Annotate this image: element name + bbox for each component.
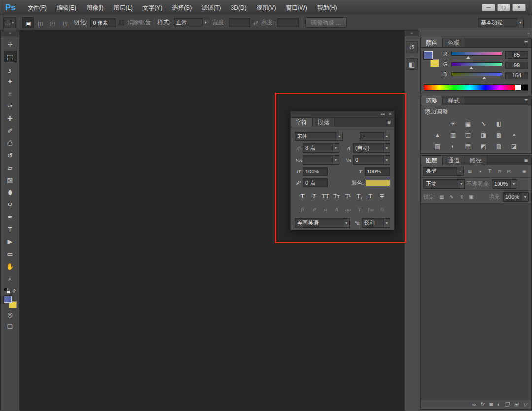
posterize-icon[interactable]: ▤: [463, 141, 474, 151]
photoshop-logo[interactable]: Ps: [5, 3, 16, 13]
swap-dimensions-icon[interactable]: ⇄: [253, 19, 258, 26]
baseline-shift-input[interactable]: 0 点: [303, 178, 328, 187]
menu-item[interactable]: 文件(F): [23, 0, 52, 15]
horizontal-scale-input[interactable]: 100%: [365, 167, 390, 176]
clone-stamp-tool[interactable]: ⎙: [4, 137, 17, 148]
channel-r-slider[interactable]: [451, 52, 502, 56]
vibrance-icon[interactable]: ▲: [432, 130, 443, 140]
lasso-tool[interactable]: و: [4, 63, 17, 74]
tab-layers[interactable]: 图层: [421, 156, 443, 165]
add-to-selection-button[interactable]: ◫: [34, 17, 46, 28]
width-input[interactable]: [229, 18, 250, 27]
blend-mode-dropdown[interactable]: 正常: [423, 179, 465, 189]
default-colors-icon[interactable]: [4, 288, 10, 294]
screen-mode-button[interactable]: ❏: [4, 322, 17, 332]
foreground-color-swatch[interactable]: [424, 51, 433, 59]
panel-menu-icon[interactable]: ≣: [521, 96, 531, 105]
menu-item[interactable]: 帮助(H): [312, 0, 342, 15]
path-selection-tool[interactable]: ▶: [4, 236, 17, 247]
type-tool[interactable]: T: [4, 223, 17, 235]
close-panel-icon[interactable]: ✕: [388, 111, 392, 117]
quick-mask-button[interactable]: ◎: [4, 310, 17, 320]
photo-filter-icon[interactable]: ▩: [494, 130, 504, 140]
panel-menu-icon[interactable]: ≣: [521, 156, 531, 165]
toolbar-collapse-button[interactable]: »: [1, 30, 19, 36]
opacity-dropdown[interactable]: 100%: [492, 179, 517, 189]
layer-effects-icon[interactable]: fx: [481, 401, 485, 407]
exposure-icon[interactable]: ◧: [494, 119, 504, 129]
pen-tool[interactable]: ✒: [4, 211, 17, 222]
color-spectrum-ramp[interactable]: [424, 84, 528, 91]
delete-layer-icon[interactable]: ▽: [523, 401, 527, 408]
history-panel-icon[interactable]: ↺: [406, 41, 418, 53]
dock-expand-button[interactable]: «: [405, 30, 419, 36]
channel-mixer-icon[interactable]: ◓: [509, 130, 520, 140]
panel-menu-icon[interactable]: ≣: [384, 118, 394, 127]
brush-tool[interactable]: ✐: [4, 125, 17, 136]
discretionary-ligatures-button[interactable]: st: [320, 205, 331, 214]
layer-filter-toggle-icon[interactable]: ◉: [520, 168, 529, 175]
selective-color-icon[interactable]: ◪: [509, 141, 520, 151]
foreground-color-swatch[interactable]: [4, 296, 12, 303]
slider-thumb[interactable]: [469, 67, 473, 69]
tab-styles[interactable]: 样式: [443, 96, 465, 105]
invert-icon[interactable]: ◐: [448, 141, 459, 151]
filter-shape-layers-icon[interactable]: ◻: [495, 168, 504, 175]
leading-dropdown[interactable]: (自动): [353, 143, 390, 153]
color-lookup-icon[interactable]: ▧: [432, 141, 443, 151]
quick-selection-tool[interactable]: ✦: [4, 75, 17, 87]
blur-tool[interactable]: ⬮: [4, 186, 17, 198]
menu-item[interactable]: 图像(I): [81, 0, 108, 15]
brightness-contrast-icon[interactable]: ☀: [448, 119, 459, 129]
all-caps-button[interactable]: TT: [320, 192, 331, 201]
small-caps-button[interactable]: Tᴛ: [332, 192, 342, 201]
black-white-icon[interactable]: ◨: [478, 130, 489, 140]
hand-tool[interactable]: ✋: [4, 260, 17, 272]
tab-character[interactable]: 字符: [291, 118, 313, 127]
intersect-selection-button[interactable]: ◳: [59, 17, 71, 28]
properties-panel-icon[interactable]: ◧: [406, 58, 418, 70]
tab-paths[interactable]: 路径: [465, 156, 487, 165]
lock-all-icon[interactable]: ▣: [467, 193, 476, 201]
rectangle-tool[interactable]: ▭: [4, 248, 17, 259]
new-layer-icon[interactable]: ⊞: [514, 401, 518, 408]
subscript-button[interactable]: T₁: [354, 192, 365, 201]
antialias-checkbox[interactable]: [119, 20, 124, 25]
layer-filter-kind-dropdown[interactable]: 类型: [423, 167, 464, 176]
filter-pixel-layers-icon[interactable]: ▦: [466, 168, 474, 175]
zoom-tool[interactable]: ⌕: [4, 273, 17, 284]
font-family-dropdown[interactable]: 宋体: [295, 132, 343, 141]
tool-preset-dropdown[interactable]: ⬚ ▾: [3, 17, 16, 28]
healing-brush-tool[interactable]: ✚: [4, 112, 17, 124]
tracking-dropdown[interactable]: 0: [353, 155, 390, 165]
ordinals-button[interactable]: 1st: [366, 205, 376, 214]
menu-item[interactable]: 选择(S): [167, 0, 197, 15]
superscript-button[interactable]: T¹: [343, 192, 353, 201]
layers-list[interactable]: [421, 204, 531, 399]
eraser-tool[interactable]: ▱: [4, 162, 17, 173]
swash-button[interactable]: ℯ: [309, 205, 319, 214]
menu-item[interactable]: 图层(L): [108, 0, 137, 15]
filter-type-layers-icon[interactable]: T: [485, 168, 494, 175]
new-group-icon[interactable]: ❏: [504, 401, 509, 408]
font-style-dropdown[interactable]: -: [360, 132, 390, 141]
color-balance-icon[interactable]: ◫: [463, 130, 474, 140]
font-size-dropdown[interactable]: 8 点: [303, 143, 339, 153]
add-layer-mask-icon[interactable]: ◙: [489, 401, 493, 407]
tab-paragraph[interactable]: 段落: [313, 118, 335, 127]
tab-channels[interactable]: 通道: [443, 156, 465, 165]
lock-position-icon[interactable]: ✛: [457, 193, 466, 201]
link-layers-icon[interactable]: ∞: [472, 401, 476, 407]
text-color-swatch[interactable]: [366, 180, 390, 186]
color-panel-swatches[interactable]: [424, 51, 439, 67]
channel-b-slider[interactable]: [451, 72, 502, 76]
history-brush-tool[interactable]: ↺: [4, 149, 17, 161]
new-adjustment-layer-icon[interactable]: ◐: [497, 401, 500, 407]
dock-collapse-button[interactable]: »: [420, 31, 532, 36]
subtract-from-selection-button[interactable]: ◰: [47, 17, 59, 28]
rectangular-marquee-tool[interactable]: ⬚: [4, 51, 17, 62]
maximize-button[interactable]: ▢: [497, 4, 510, 11]
titling-alternates-button[interactable]: aa: [343, 205, 353, 214]
foreground-background-swatches[interactable]: [4, 296, 17, 308]
background-color-swatch[interactable]: [430, 59, 439, 67]
